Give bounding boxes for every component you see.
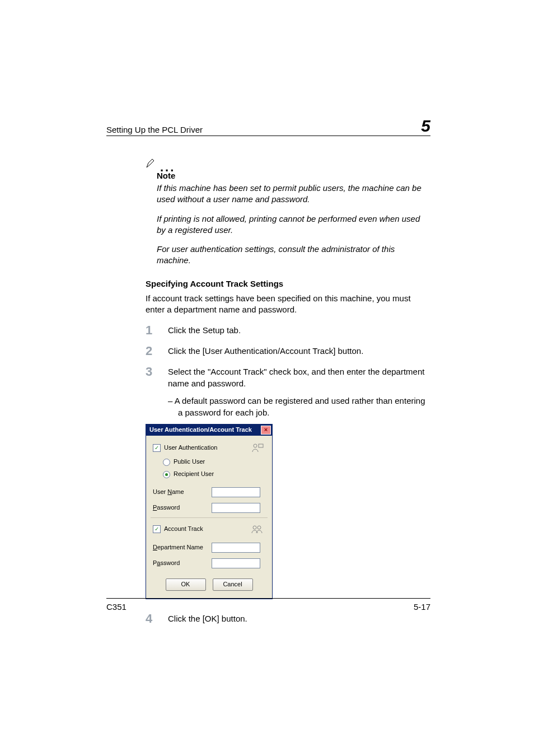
step-3-sub: A default password can be registered and… [168, 395, 430, 418]
password2-input[interactable] [212, 558, 260, 568]
cancel-button[interactable]: Cancel [213, 578, 253, 591]
section-intro: If account track settings have been spec… [146, 293, 430, 316]
user-auth-checkbox[interactable]: ✓ [153, 444, 161, 452]
steps-list: Click the Setup tab. Click the [User Aut… [146, 324, 430, 624]
user-name-label: User Name [153, 488, 212, 496]
group-icon [250, 524, 265, 535]
footer-page: 5-17 [414, 602, 430, 612]
svg-point-2 [253, 526, 256, 529]
account-track-label: Account Track [164, 525, 203, 533]
step-4: Click the [OK] button. [146, 613, 430, 624]
step-3: Select the "Account Track" check box, an… [146, 366, 430, 599]
public-user-radio[interactable] [163, 459, 170, 466]
password-input[interactable] [212, 503, 260, 513]
pencil-icon [146, 157, 157, 171]
user-auth-label: User Authentication [164, 444, 217, 452]
note-block: ... Note If this machine has been set to… [146, 157, 430, 267]
dialog-title: User Authentication/Account Track [149, 426, 252, 434]
svg-point-0 [254, 444, 257, 447]
section-heading: Specifying Account Track Settings [146, 279, 430, 288]
note-paragraph-1: If this machine has been set to permit p… [157, 183, 430, 206]
password-label: Password [153, 503, 212, 512]
close-button[interactable]: × [261, 426, 271, 435]
separator [151, 517, 268, 518]
user-name-input[interactable] [212, 487, 260, 497]
svg-rect-1 [259, 444, 263, 447]
account-track-checkbox[interactable]: ✓ [153, 525, 161, 533]
dialog-titlebar: User Authentication/Account Track × [146, 424, 272, 436]
public-user-label: Public User [174, 458, 205, 466]
ok-button[interactable]: OK [166, 578, 206, 591]
password2-label: Password [153, 559, 212, 567]
running-title: Setting Up the PCL Driver [106, 125, 203, 134]
recipient-user-label: Recipient User [174, 470, 214, 478]
recipient-user-radio[interactable] [163, 471, 170, 478]
footer-model: C351 [106, 602, 127, 612]
step-2: Click the [User Authentication/Account T… [146, 345, 430, 357]
department-name-input[interactable] [212, 543, 260, 553]
note-paragraph-2: If printing is not allowed, printing can… [157, 213, 430, 236]
running-header: Setting Up the PCL Driver 5 [106, 118, 430, 136]
note-paragraph-3: For user authentication settings, consul… [157, 244, 430, 267]
note-heading: Note [157, 171, 430, 180]
page-footer: C351 5-17 [106, 598, 430, 612]
auth-dialog: User Authentication/Account Track × ✓ Us… [146, 424, 273, 599]
users-icon [250, 442, 265, 454]
chapter-number: 5 [421, 118, 430, 134]
ellipsis-icon: ... [160, 164, 175, 171]
svg-point-3 [257, 526, 261, 529]
step-1: Click the Setup tab. [146, 324, 430, 336]
department-name-label: Department Name [153, 543, 212, 552]
